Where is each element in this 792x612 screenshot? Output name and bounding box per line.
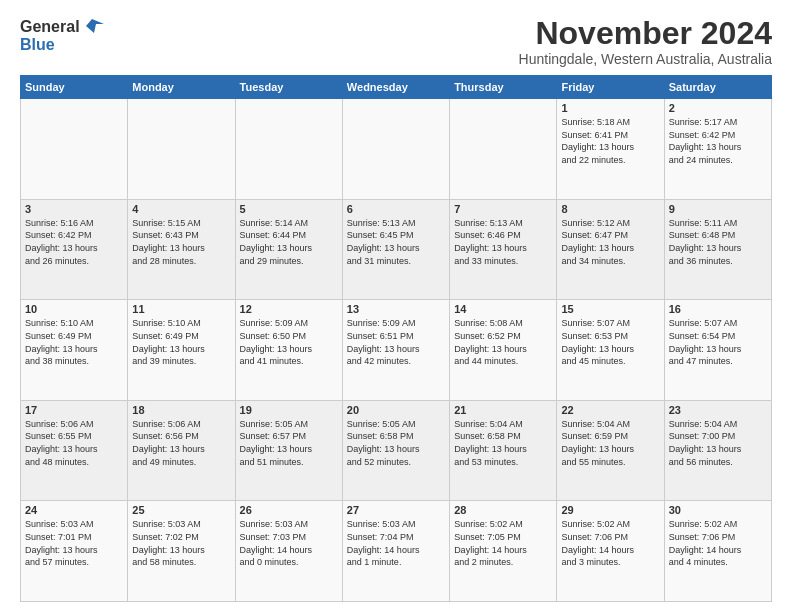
cell-w4-d5: 22Sunrise: 5:04 AM Sunset: 6:59 PM Dayli… — [557, 400, 664, 501]
day-number: 23 — [669, 404, 767, 416]
day-info: Sunrise: 5:13 AM Sunset: 6:46 PM Dayligh… — [454, 217, 552, 267]
day-number: 8 — [561, 203, 659, 215]
logo-blue-text: Blue — [20, 36, 104, 54]
cell-w5-d6: 30Sunrise: 5:02 AM Sunset: 7:06 PM Dayli… — [664, 501, 771, 602]
day-info: Sunrise: 5:05 AM Sunset: 6:57 PM Dayligh… — [240, 418, 338, 468]
cell-w4-d1: 18Sunrise: 5:06 AM Sunset: 6:56 PM Dayli… — [128, 400, 235, 501]
day-info: Sunrise: 5:07 AM Sunset: 6:54 PM Dayligh… — [669, 317, 767, 367]
day-number: 15 — [561, 303, 659, 315]
day-number: 6 — [347, 203, 445, 215]
svg-marker-0 — [86, 19, 104, 33]
day-number: 13 — [347, 303, 445, 315]
day-info: Sunrise: 5:04 AM Sunset: 7:00 PM Dayligh… — [669, 418, 767, 468]
cell-w3-d2: 12Sunrise: 5:09 AM Sunset: 6:50 PM Dayli… — [235, 300, 342, 401]
day-info: Sunrise: 5:17 AM Sunset: 6:42 PM Dayligh… — [669, 116, 767, 166]
cell-w1-d5: 1Sunrise: 5:18 AM Sunset: 6:41 PM Daylig… — [557, 99, 664, 200]
day-number: 29 — [561, 504, 659, 516]
day-info: Sunrise: 5:07 AM Sunset: 6:53 PM Dayligh… — [561, 317, 659, 367]
day-info: Sunrise: 5:10 AM Sunset: 6:49 PM Dayligh… — [25, 317, 123, 367]
day-number: 27 — [347, 504, 445, 516]
cell-w4-d6: 23Sunrise: 5:04 AM Sunset: 7:00 PM Dayli… — [664, 400, 771, 501]
cell-w1-d4 — [450, 99, 557, 200]
cell-w5-d2: 26Sunrise: 5:03 AM Sunset: 7:03 PM Dayli… — [235, 501, 342, 602]
day-number: 10 — [25, 303, 123, 315]
cell-w4-d0: 17Sunrise: 5:06 AM Sunset: 6:55 PM Dayli… — [21, 400, 128, 501]
day-info: Sunrise: 5:11 AM Sunset: 6:48 PM Dayligh… — [669, 217, 767, 267]
cell-w1-d2 — [235, 99, 342, 200]
day-info: Sunrise: 5:05 AM Sunset: 6:58 PM Dayligh… — [347, 418, 445, 468]
cell-w3-d3: 13Sunrise: 5:09 AM Sunset: 6:51 PM Dayli… — [342, 300, 449, 401]
cell-w1-d0 — [21, 99, 128, 200]
cell-w4-d2: 19Sunrise: 5:05 AM Sunset: 6:57 PM Dayli… — [235, 400, 342, 501]
day-number: 7 — [454, 203, 552, 215]
day-info: Sunrise: 5:03 AM Sunset: 7:01 PM Dayligh… — [25, 518, 123, 568]
cell-w2-d5: 8Sunrise: 5:12 AM Sunset: 6:47 PM Daylig… — [557, 199, 664, 300]
col-saturday: Saturday — [664, 76, 771, 99]
logo-bird-icon — [82, 19, 104, 35]
day-info: Sunrise: 5:13 AM Sunset: 6:45 PM Dayligh… — [347, 217, 445, 267]
cell-w5-d0: 24Sunrise: 5:03 AM Sunset: 7:01 PM Dayli… — [21, 501, 128, 602]
cell-w3-d6: 16Sunrise: 5:07 AM Sunset: 6:54 PM Dayli… — [664, 300, 771, 401]
day-number: 1 — [561, 102, 659, 114]
cell-w3-d4: 14Sunrise: 5:08 AM Sunset: 6:52 PM Dayli… — [450, 300, 557, 401]
day-info: Sunrise: 5:06 AM Sunset: 6:56 PM Dayligh… — [132, 418, 230, 468]
week-row-4: 17Sunrise: 5:06 AM Sunset: 6:55 PM Dayli… — [21, 400, 772, 501]
subtitle: Huntingdale, Western Australia, Australi… — [519, 51, 772, 67]
day-info: Sunrise: 5:14 AM Sunset: 6:44 PM Dayligh… — [240, 217, 338, 267]
day-number: 30 — [669, 504, 767, 516]
cell-w4-d3: 20Sunrise: 5:05 AM Sunset: 6:58 PM Dayli… — [342, 400, 449, 501]
day-number: 11 — [132, 303, 230, 315]
calendar-table: Sunday Monday Tuesday Wednesday Thursday… — [20, 75, 772, 602]
cell-w2-d6: 9Sunrise: 5:11 AM Sunset: 6:48 PM Daylig… — [664, 199, 771, 300]
cell-w5-d5: 29Sunrise: 5:02 AM Sunset: 7:06 PM Dayli… — [557, 501, 664, 602]
day-info: Sunrise: 5:03 AM Sunset: 7:03 PM Dayligh… — [240, 518, 338, 568]
day-info: Sunrise: 5:02 AM Sunset: 7:06 PM Dayligh… — [669, 518, 767, 568]
day-number: 19 — [240, 404, 338, 416]
page: General Blue November 2024 Huntingdale, … — [0, 0, 792, 612]
cell-w1-d6: 2Sunrise: 5:17 AM Sunset: 6:42 PM Daylig… — [664, 99, 771, 200]
day-number: 4 — [132, 203, 230, 215]
col-tuesday: Tuesday — [235, 76, 342, 99]
logo-svg-wrap: General Blue — [20, 18, 104, 53]
cell-w1-d3 — [342, 99, 449, 200]
cell-w2-d0: 3Sunrise: 5:16 AM Sunset: 6:42 PM Daylig… — [21, 199, 128, 300]
day-number: 24 — [25, 504, 123, 516]
title-area: November 2024 Huntingdale, Western Austr… — [519, 16, 772, 67]
day-number: 9 — [669, 203, 767, 215]
col-sunday: Sunday — [21, 76, 128, 99]
week-row-1: 1Sunrise: 5:18 AM Sunset: 6:41 PM Daylig… — [21, 99, 772, 200]
header: General Blue November 2024 Huntingdale, … — [20, 16, 772, 67]
day-number: 28 — [454, 504, 552, 516]
day-info: Sunrise: 5:10 AM Sunset: 6:49 PM Dayligh… — [132, 317, 230, 367]
day-number: 16 — [669, 303, 767, 315]
day-number: 17 — [25, 404, 123, 416]
day-number: 3 — [25, 203, 123, 215]
col-thursday: Thursday — [450, 76, 557, 99]
day-number: 26 — [240, 504, 338, 516]
day-number: 20 — [347, 404, 445, 416]
col-monday: Monday — [128, 76, 235, 99]
cell-w5-d4: 28Sunrise: 5:02 AM Sunset: 7:05 PM Dayli… — [450, 501, 557, 602]
cell-w5-d3: 27Sunrise: 5:03 AM Sunset: 7:04 PM Dayli… — [342, 501, 449, 602]
day-info: Sunrise: 5:03 AM Sunset: 7:02 PM Dayligh… — [132, 518, 230, 568]
cell-w2-d1: 4Sunrise: 5:15 AM Sunset: 6:43 PM Daylig… — [128, 199, 235, 300]
day-info: Sunrise: 5:06 AM Sunset: 6:55 PM Dayligh… — [25, 418, 123, 468]
cell-w4-d4: 21Sunrise: 5:04 AM Sunset: 6:58 PM Dayli… — [450, 400, 557, 501]
day-info: Sunrise: 5:02 AM Sunset: 7:06 PM Dayligh… — [561, 518, 659, 568]
day-info: Sunrise: 5:15 AM Sunset: 6:43 PM Dayligh… — [132, 217, 230, 267]
day-info: Sunrise: 5:09 AM Sunset: 6:51 PM Dayligh… — [347, 317, 445, 367]
day-number: 2 — [669, 102, 767, 114]
logo-area: General Blue — [20, 16, 104, 53]
day-number: 12 — [240, 303, 338, 315]
logo-general-text: General — [20, 18, 104, 36]
day-info: Sunrise: 5:16 AM Sunset: 6:42 PM Dayligh… — [25, 217, 123, 267]
cell-w3-d0: 10Sunrise: 5:10 AM Sunset: 6:49 PM Dayli… — [21, 300, 128, 401]
col-friday: Friday — [557, 76, 664, 99]
day-number: 14 — [454, 303, 552, 315]
cell-w3-d1: 11Sunrise: 5:10 AM Sunset: 6:49 PM Dayli… — [128, 300, 235, 401]
calendar-header-row: Sunday Monday Tuesday Wednesday Thursday… — [21, 76, 772, 99]
day-number: 25 — [132, 504, 230, 516]
day-info: Sunrise: 5:02 AM Sunset: 7:05 PM Dayligh… — [454, 518, 552, 568]
day-info: Sunrise: 5:08 AM Sunset: 6:52 PM Dayligh… — [454, 317, 552, 367]
day-info: Sunrise: 5:12 AM Sunset: 6:47 PM Dayligh… — [561, 217, 659, 267]
